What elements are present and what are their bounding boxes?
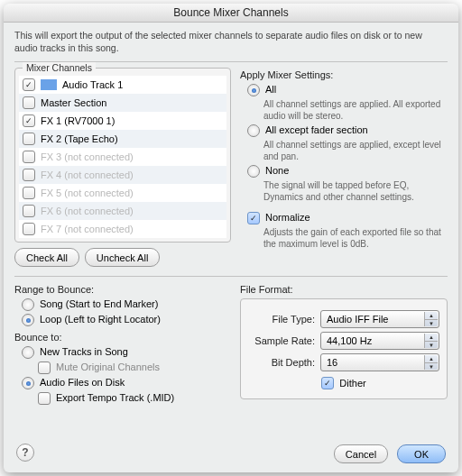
bit-depth-select[interactable]: 16 ▲▼ — [320, 353, 439, 371]
mixer-row[interactable]: FX 2 (Tape Echo) — [19, 130, 226, 148]
mixer-row-label: FX 6 (not connected) — [41, 206, 134, 216]
help-button[interactable]: ? — [16, 444, 34, 462]
tempo-checkbox[interactable] — [38, 392, 51, 405]
stepper-icon: ▲▼ — [424, 312, 438, 326]
apply-radio[interactable] — [247, 165, 260, 178]
mixer-row-checkbox — [23, 151, 35, 163]
check-all-button[interactable]: Check All — [14, 248, 79, 267]
mixer-row-checkbox[interactable] — [23, 133, 35, 145]
stepper-icon: ▲▼ — [424, 334, 438, 348]
file-type-value: Audio IFF File — [327, 314, 388, 325]
mixer-row-label: FX 3 (not connected) — [41, 151, 134, 162]
cancel-button[interactable]: Cancel — [334, 444, 388, 463]
apply-radio-desc: All channel settings are applied. All ex… — [263, 99, 448, 122]
apply-radio-desc: All channel settings are applied, except… — [263, 140, 448, 162]
mixer-row-checkbox[interactable]: ✓ — [23, 78, 35, 91]
mixer-row-checkbox — [23, 187, 35, 199]
mixer-row-checkbox — [23, 169, 35, 181]
mixer-row-checkbox[interactable] — [23, 96, 35, 109]
apply-title: Apply Mixer Settings: — [240, 69, 448, 80]
dither-label: Dither — [339, 378, 365, 389]
normalize-checkbox[interactable]: ✓ — [247, 212, 260, 224]
range-radio[interactable] — [22, 314, 34, 326]
stepper-icon: ▲▼ — [424, 355, 438, 370]
bit-depth-label: Bit Depth: — [248, 357, 315, 368]
mute-checkbox[interactable] — [38, 362, 51, 374]
ok-button[interactable]: OK — [397, 444, 446, 463]
apply-radio-desc: The signal will be tapped before EQ, Dyn… — [263, 180, 448, 203]
range-radio-label: Loop (Left to Right Locator) — [40, 314, 161, 325]
bounce-new-tracks-radio[interactable] — [22, 346, 34, 359]
mixer-row: FX 5 (not connected) — [19, 184, 226, 202]
bounce-title: Bounce to: — [14, 332, 231, 343]
mixer-row-label: FX 4 (not connected) — [41, 169, 134, 180]
apply-radio[interactable] — [247, 84, 260, 96]
normalize-label: Normalize — [265, 212, 310, 223]
mixer-row: FX 7 (not connected) — [19, 220, 226, 238]
mixer-row-label: FX 1 (RV7000 1) — [41, 115, 115, 126]
window-title: Bounce Mixer Channels — [4, 4, 458, 23]
mixer-channels-group: Mixer Channels ✓Audio Track 1Master Sect… — [14, 68, 231, 243]
mixer-row-checkbox — [23, 223, 35, 235]
mixer-row-label: FX 5 (not connected) — [41, 188, 134, 198]
mixer-row[interactable]: ✓FX 1 (RV7000 1) — [19, 112, 226, 130]
mixer-row-label: Master Section — [41, 97, 106, 108]
file-type-select[interactable]: Audio IFF File ▲▼ — [320, 310, 439, 328]
mixer-row: FX 4 (not connected) — [19, 166, 226, 184]
range-radio-label: Song (Start to End Marker) — [40, 298, 158, 309]
dither-checkbox[interactable]: ✓ — [321, 377, 334, 389]
normalize-desc: Adjusts the gain of each exported file s… — [263, 227, 448, 250]
range-radio[interactable] — [22, 298, 34, 311]
mixer-row[interactable]: Master Section — [19, 94, 226, 112]
mixer-row-label: FX 7 (not connected) — [41, 224, 134, 234]
mixer-row-checkbox[interactable]: ✓ — [23, 114, 35, 127]
color-swatch — [41, 79, 57, 90]
file-type-label: File Type: — [248, 314, 315, 325]
apply-radio[interactable] — [247, 124, 260, 137]
range-title: Range to Bounce: — [14, 284, 231, 295]
mixer-channels-legend: Mixer Channels — [23, 62, 96, 73]
mixer-row-label: FX 2 (Tape Echo) — [41, 133, 118, 144]
bounce-files-label: Audio Files on Disk — [40, 377, 125, 388]
mixer-row-checkbox — [23, 205, 35, 217]
mixer-row: FX 6 (not connected) — [19, 202, 226, 220]
sample-rate-value: 44,100 Hz — [327, 335, 372, 346]
bounce-files-radio[interactable] — [22, 377, 34, 389]
apply-radio-label: All — [265, 84, 276, 95]
divider — [14, 276, 448, 277]
file-format-title: File Format: — [240, 284, 448, 295]
dialog-description: This will export the output of the selec… — [14, 29, 448, 54]
file-format-group: File Type: Audio IFF File ▲▼ Sample Rate… — [240, 298, 448, 399]
apply-radio-label: All except fader section — [265, 124, 368, 135]
mixer-row[interactable]: ✓Audio Track 1 — [19, 76, 226, 94]
mixer-list[interactable]: ✓Audio Track 1Master Section✓FX 1 (RV700… — [19, 76, 226, 238]
tempo-label: Export Tempo Track (.MID) — [56, 392, 174, 403]
sample-rate-select[interactable]: 44,100 Hz ▲▼ — [320, 332, 439, 350]
uncheck-all-button[interactable]: Uncheck All — [85, 248, 160, 267]
bit-depth-value: 16 — [327, 357, 337, 368]
mixer-row-label: Audio Track 1 — [62, 79, 123, 90]
apply-radio-label: None — [265, 165, 289, 176]
mixer-row: FX 3 (not connected) — [19, 148, 226, 166]
bounce-new-tracks-label: New Tracks in Song — [40, 346, 128, 357]
mute-label: Mute Original Channels — [56, 362, 160, 372]
sample-rate-label: Sample Rate: — [248, 335, 315, 346]
